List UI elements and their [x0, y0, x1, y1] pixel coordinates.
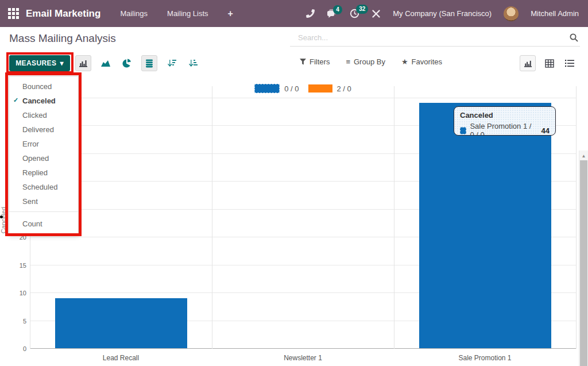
scrollbar[interactable]: ▲ [579, 151, 588, 366]
chart-tools [75, 55, 200, 71]
view-switcher [520, 55, 576, 71]
tools-icon[interactable] [372, 9, 381, 18]
scrollbar-thumb[interactable] [580, 160, 587, 366]
measures-option-count[interactable]: Count [9, 215, 78, 233]
pie-chart-type-button[interactable] [120, 56, 134, 71]
y-tick-label: 5 [0, 318, 26, 325]
filter-funnel-icon [300, 59, 306, 65]
category-separator [394, 86, 394, 349]
menu-mailings[interactable]: Mailings [120, 9, 148, 18]
filters-label: Filters [310, 57, 330, 66]
x-tick-label: Sale Promotion 1 [394, 354, 576, 362]
topbar-left: Email Marketing Mailings Mailing Lists + [0, 8, 233, 20]
bar-lead-recall[interactable] [55, 298, 187, 348]
measures-option-sent[interactable]: Sent [9, 194, 78, 209]
stacked-toggle-button[interactable] [141, 55, 157, 71]
tooltip-swatch [460, 127, 466, 134]
gridline [30, 98, 576, 98]
menu-divider [9, 211, 78, 212]
topbar: Email Marketing Mailings Mailing Lists +… [0, 0, 588, 27]
category-separator [212, 86, 212, 349]
measures-option-scheduled[interactable]: Scheduled [9, 180, 78, 194]
bar-chart-type-button[interactable] [75, 55, 91, 71]
tooltip-value: 44 [541, 126, 550, 135]
x-tick-label: Newsletter 1 [212, 354, 394, 362]
tooltip-title: Canceled [454, 107, 555, 121]
check-icon: ✓ [13, 97, 18, 104]
x-axis-labels: Lead RecallNewsletter 1Sale Promotion 1 [30, 354, 576, 364]
measures-option-replied[interactable]: Replied [9, 165, 78, 180]
x-axis-line [30, 348, 576, 349]
messages-icon[interactable]: 4 [327, 9, 338, 18]
filters-group: Filters ≡ Group By ★ Favorites [300, 57, 442, 66]
app-name[interactable]: Email Marketing [26, 8, 100, 20]
favorites-button[interactable]: ★ Favorites [401, 57, 442, 66]
measures-option-bounced[interactable]: Bounced [9, 79, 78, 94]
sort-descending-button[interactable] [165, 56, 179, 71]
y-tick-label: 15 [0, 262, 26, 269]
measures-button-label: MEASURES [16, 59, 56, 67]
measures-option-error[interactable]: Error [9, 137, 78, 151]
scrollbar-up-arrow-icon[interactable]: ▲ [579, 152, 588, 160]
measures-option-clicked[interactable]: Clicked [9, 108, 78, 122]
graph-view-button[interactable] [520, 55, 536, 71]
group-by-button[interactable]: ≡ Group By [346, 57, 385, 66]
favorites-label: Favorites [412, 57, 442, 66]
menu-mailing-lists[interactable]: Mailing Lists [167, 9, 208, 18]
measures-dropdown: Bounced✓CanceledClickedDeliveredErrorOpe… [9, 76, 79, 236]
pivot-view-button[interactable] [543, 56, 556, 71]
company-switcher[interactable]: My Company (San Francisco) [393, 9, 492, 18]
topbar-right: 4 32 My Company (San Francisco) Mitchell… [306, 6, 588, 21]
category-separator [576, 86, 577, 349]
user-menu[interactable]: Mitchell Admin [531, 9, 579, 18]
search-box [290, 31, 580, 47]
user-avatar[interactable] [504, 6, 519, 21]
new-mailing-button[interactable]: + [228, 9, 233, 19]
measures-option-delivered[interactable]: Delivered [9, 122, 78, 137]
measures-option-canceled[interactable]: ✓Canceled [9, 94, 78, 108]
list-view-button[interactable] [563, 56, 576, 71]
sort-ascending-button[interactable] [186, 56, 200, 71]
x-tick-label: Lead Recall [30, 354, 212, 362]
measures-button[interactable]: MEASURES ▾ [9, 55, 70, 71]
filters-button[interactable]: Filters [300, 57, 330, 66]
search-icon[interactable] [569, 33, 579, 45]
activities-clock-icon[interactable]: 32 [350, 9, 359, 18]
caret-down-icon: ▾ [60, 59, 63, 67]
y-tick-label: 0 [0, 345, 26, 352]
group-by-icon: ≡ [346, 57, 350, 66]
star-icon: ★ [401, 57, 408, 66]
tooltip-series-label: Sale Promotion 1 / 0 / 0 [470, 122, 536, 136]
apps-grid-icon[interactable] [0, 8, 26, 19]
y-tick-label: 10 [0, 290, 26, 296]
search-input[interactable] [290, 31, 568, 42]
chart-tooltip: Canceled Sale Promotion 1 / 0 / 0 44 [454, 106, 556, 136]
page-title: Mass Mailing Analysis [9, 32, 116, 45]
area-chart-type-button[interactable] [99, 56, 113, 71]
app-window: Email Marketing Mailings Mailing Lists +… [0, 0, 588, 366]
tooltip-row: Sale Promotion 1 / 0 / 0 44 [454, 121, 555, 136]
messages-badge: 4 [333, 5, 342, 14]
activities-badge: 32 [356, 5, 368, 14]
group-by-label: Group By [354, 57, 385, 66]
chart-area: 0 / 02 / 0 Canceled 051015202530354045 L… [0, 75, 588, 366]
measures-option-opened[interactable]: Opened [9, 151, 78, 165]
bar-sale-promotion-1[interactable] [419, 103, 551, 348]
control-row: MEASURES ▾ [0, 51, 588, 76]
title-row: Mass Mailing Analysis [0, 27, 588, 51]
phone-icon[interactable] [306, 9, 315, 18]
